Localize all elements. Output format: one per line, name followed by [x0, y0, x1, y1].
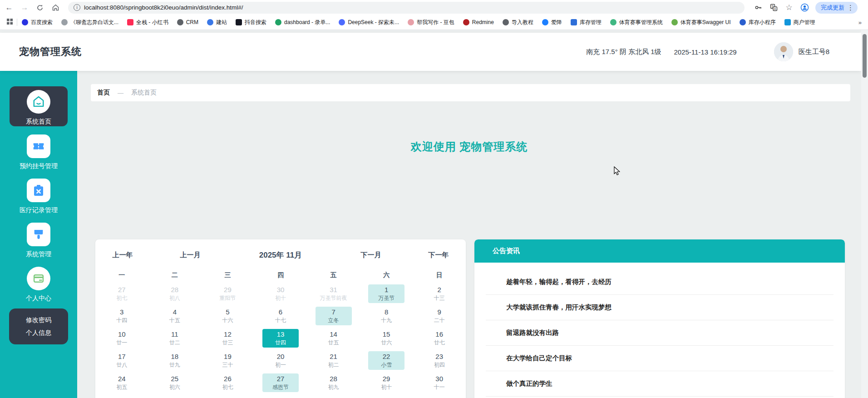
submenu-item-个人信息[interactable]: 个人信息 [9, 326, 68, 339]
calendar-day-cell[interactable]: 6十七 [254, 305, 307, 327]
calendar-day-cell[interactable]: 29重阳节 [201, 283, 254, 305]
day-number: 5 [209, 308, 246, 317]
menu-kebab-icon[interactable]: ⋮ [847, 4, 854, 12]
next-month-button[interactable]: 下一月 [330, 251, 411, 259]
calendar-day-cell[interactable]: 7立冬 [307, 305, 360, 327]
announcement-item[interactable]: 留退路就没有出路 [486, 320, 833, 346]
calendar-day-cell[interactable]: 13廿四 [254, 327, 307, 349]
bookmark-item[interactable]: 库存管理 [571, 19, 602, 26]
bookmark-item[interactable]: 抖音搜索 [236, 19, 266, 26]
calendar-day-cell[interactable]: 5十六 [201, 305, 254, 327]
calendar-day-cell[interactable]: 28初九 [307, 372, 360, 394]
calendar-nav: 上一年 上一月 2025年 11月 下一月 下一年 [95, 249, 466, 261]
calendar-day-cell[interactable]: 17廿八 [95, 349, 148, 372]
calendar-day-cell[interactable]: 21初二 [307, 349, 360, 372]
calendar-day-cell[interactable]: 8十九 [360, 305, 413, 327]
calendar-day-cell[interactable]: 20初一 [254, 349, 307, 372]
calendar-day-cell[interactable]: 31万圣节前夜 [307, 283, 360, 305]
calendar-day-cell[interactable]: 4十五 [148, 305, 202, 327]
calendar-day-cell[interactable]: 22小雪 [360, 349, 413, 372]
calendar-day-cell[interactable]: 3十四 [95, 305, 148, 327]
bookmark-item[interactable]: 库存小程序 [740, 19, 776, 26]
apps-grid-icon[interactable] [6, 18, 13, 27]
day-number: 29 [209, 285, 246, 294]
address-bar[interactable]: i localhost:8080/springboot8k2i0euo/admi… [68, 2, 745, 14]
bookmark-item[interactable]: 建站 [207, 19, 227, 26]
bookmark-item[interactable]: 百度搜索 [22, 19, 53, 26]
bookmark-favicon [127, 19, 133, 25]
breadcrumb-home[interactable]: 首页 [97, 89, 110, 97]
day-lunar-label: 初十 [368, 383, 404, 391]
day-lunar-label: 廿五 [316, 339, 352, 346]
bookmark-item[interactable]: 《聊斋志异白话文... [61, 19, 118, 26]
forward-icon[interactable]: → [18, 1, 31, 14]
calendar-day-cell[interactable]: 11廿二 [148, 327, 202, 349]
calendar-day-cell[interactable]: 27初七 [95, 283, 148, 305]
password-key-icon[interactable] [752, 1, 764, 14]
calendar-day-cell[interactable]: 16廿七 [413, 327, 466, 349]
day-number: 10 [104, 330, 140, 339]
calendar-day-cell[interactable]: 2十三 [413, 283, 466, 305]
bookmark-star-icon[interactable]: ☆ [783, 1, 795, 14]
sidebar-item-label: 个人中心 [26, 294, 51, 303]
url-text[interactable]: localhost:8080/springboot8k2i0euo/admin/… [84, 4, 243, 11]
username-text[interactable]: 医生工号8 [799, 48, 829, 56]
bookmark-item[interactable]: 体育赛事管理系统 [610, 19, 663, 26]
profile-icon[interactable] [798, 1, 811, 14]
calendar-day-cell[interactable]: 30十一 [413, 372, 466, 394]
announcement-item[interactable]: 做个真正的学生 [486, 371, 833, 397]
bookmark-item[interactable]: Redmine [463, 19, 494, 25]
prev-month-button[interactable]: 上一月 [150, 251, 231, 259]
calendar-day-cell[interactable]: 28初八 [148, 283, 202, 305]
calendar-day-cell[interactable]: 14廿五 [307, 327, 360, 349]
bookmark-item[interactable]: CRM [177, 19, 198, 25]
calendar-day-cell[interactable]: 10廿一 [95, 327, 148, 349]
calendar-day-cell[interactable]: 27感恩节 [254, 372, 307, 394]
sidebar-item-预约挂号管理[interactable]: 预约挂号管理 [0, 134, 77, 170]
translate-icon[interactable]: 文A [767, 1, 780, 14]
scrollbar-thumb[interactable] [863, 34, 867, 78]
calendar-day-cell[interactable]: 9二十 [413, 305, 466, 327]
announcement-item[interactable]: 大学就该抓住青春，用汗水实现梦想 [486, 295, 833, 320]
calendar-day-cell[interactable]: 19三十 [201, 349, 254, 372]
calendar-day-cell[interactable]: 15廿六 [360, 327, 413, 349]
calendar-day-cell[interactable]: 26初七 [201, 372, 254, 394]
day-lunar-label: 初四 [421, 361, 458, 368]
announcement-item[interactable]: 趁着年轻，输得起，看得开，去经历 [486, 269, 833, 295]
bookmark-item[interactable]: 商户管理 [784, 19, 815, 26]
day-number: 22 [368, 352, 404, 361]
day-lunar-label: 廿七 [421, 339, 458, 346]
page-scrollbar[interactable] [861, 30, 868, 398]
bookmark-item[interactable]: 帮我写作 - 豆包 [408, 19, 454, 26]
home-icon[interactable] [49, 1, 62, 14]
bookmark-item[interactable]: 导入教程 [503, 19, 533, 26]
announcement-item[interactable]: 在大学给自己定个目标 [486, 346, 833, 371]
site-info-icon[interactable]: i [74, 4, 80, 11]
calendar-day-cell[interactable]: 1万圣节 [360, 283, 413, 305]
calendar-day-cell[interactable]: 29初十 [360, 372, 413, 394]
bookmark-item[interactable]: 体育赛事Swagger UI [671, 19, 731, 26]
back-icon[interactable]: ← [3, 1, 15, 14]
reload-icon[interactable] [34, 1, 46, 14]
bookmarks-overflow-chevron[interactable]: » [858, 19, 862, 26]
sidebar-item-系统首页[interactable]: 系统首页 [0, 86, 77, 126]
calendar-day-cell[interactable]: 23初四 [413, 349, 466, 372]
user-avatar[interactable] [774, 42, 793, 61]
submenu-item-修改密码[interactable]: 修改密码 [9, 313, 68, 326]
bookmark-item[interactable]: 爱降 [542, 19, 562, 26]
bookmark-item[interactable]: 全栈 - 小红书 [127, 19, 168, 26]
calendar-day-cell[interactable]: 24初五 [95, 372, 148, 394]
calendar-day-cell[interactable]: 30初十 [254, 283, 307, 305]
next-year-button[interactable]: 下一年 [411, 251, 466, 259]
bookmark-item[interactable]: DeepSeek - 探索未... [339, 19, 399, 26]
calendar-day-cell[interactable]: 12廿三 [201, 327, 254, 349]
chrome-update-button[interactable]: 完成更新 ⋮ [815, 2, 858, 14]
calendar-week-row: 27初七28初八29重阳节30初十31万圣节前夜1万圣节2十三 [95, 283, 466, 305]
prev-year-button[interactable]: 上一年 [95, 251, 150, 259]
sidebar-item-系统管理[interactable]: 系统管理 [0, 223, 77, 259]
sidebar-item-医疗记录管理[interactable]: 医疗记录管理 [0, 179, 77, 214]
calendar-day-cell[interactable]: 18廿九 [148, 349, 202, 372]
bookmark-item[interactable]: dashboard - 录单... [275, 19, 330, 26]
sidebar-item-个人中心[interactable]: 个人中心 [0, 267, 77, 303]
calendar-day-cell[interactable]: 25初六 [148, 372, 202, 394]
